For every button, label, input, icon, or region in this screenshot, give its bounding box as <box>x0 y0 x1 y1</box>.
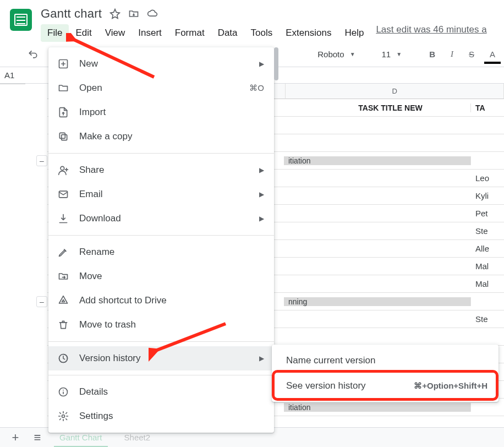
menu-item-label: Share <box>79 165 249 176</box>
submenu-item-name-current-version[interactable]: Name current version <box>272 348 498 373</box>
menu-item-label: New <box>79 58 249 69</box>
chevron-right-icon: ▶ <box>259 355 264 362</box>
plus-box-icon <box>57 58 69 69</box>
col-header-d[interactable]: D <box>286 84 504 99</box>
menu-item-email[interactable]: Email▶ <box>48 182 274 206</box>
move-folder-icon[interactable] <box>128 8 139 19</box>
menu-item-label: Version history <box>79 353 249 364</box>
menu-file[interactable]: File <box>41 24 69 42</box>
sheets-logo[interactable] <box>10 9 32 31</box>
submenu-item-see-version-history[interactable]: See version history⌘+Option+Shift+H <box>272 373 498 399</box>
history-icon <box>57 353 69 364</box>
font-selector[interactable]: Roboto ▼ <box>313 47 359 61</box>
font-size: 11 <box>382 50 391 59</box>
menu-item-make-a-copy[interactable]: Make a copy <box>48 124 274 149</box>
menu-edit[interactable]: Edit <box>69 24 98 42</box>
menu-view[interactable]: View <box>98 24 132 42</box>
folder-icon <box>57 83 69 94</box>
download-icon <box>57 213 69 224</box>
svg-rect-1 <box>62 135 67 140</box>
menubar: File Edit View Insert Format Data Tools … <box>41 22 498 42</box>
menu-item-settings[interactable]: Settings <box>48 404 274 428</box>
strikethrough-button[interactable]: S <box>463 46 480 62</box>
menu-tools[interactable]: Tools <box>244 24 280 42</box>
cloud-status-icon[interactable] <box>147 8 158 19</box>
svg-rect-2 <box>59 133 65 138</box>
bold-button[interactable]: B <box>424 46 441 62</box>
menu-item-label: Open <box>79 83 239 94</box>
trash-icon <box>57 319 69 330</box>
menu-item-move-to-trash[interactable]: Move to trash <box>48 313 274 337</box>
copy-icon <box>57 131 69 142</box>
doc-title[interactable]: Gantt chart <box>41 7 102 21</box>
menu-item-download[interactable]: Download▶ <box>48 206 274 231</box>
chevron-down-icon: ▼ <box>350 51 355 57</box>
person-plus-icon <box>57 165 69 176</box>
menu-insert[interactable]: Insert <box>132 24 168 42</box>
menu-help[interactable]: Help <box>338 24 370 42</box>
italic-button[interactable]: I <box>445 46 459 62</box>
star-icon[interactable] <box>109 8 120 19</box>
menu-item-move[interactable]: Move <box>48 264 274 288</box>
menu-item-label: Move to trash <box>79 319 264 330</box>
menu-item-share[interactable]: Share▶ <box>48 158 274 182</box>
submenu-label: See version history <box>286 380 406 391</box>
file-import-icon <box>57 107 69 118</box>
col-title-d: TASK TITLE NEW <box>306 103 471 112</box>
info-icon <box>57 386 69 397</box>
last-edit-link[interactable]: Last edit was 46 minutes a <box>370 24 486 42</box>
menu-extensions[interactable]: Extensions <box>279 24 338 42</box>
menu-shortcut: ⌘O <box>249 83 264 93</box>
undo-button[interactable] <box>22 46 44 63</box>
menu-item-open[interactable]: Open⌘O <box>48 76 274 100</box>
chevron-right-icon: ▶ <box>259 190 264 198</box>
submenu-label: Name current version <box>286 355 487 366</box>
menu-item-details[interactable]: Details <box>48 380 274 404</box>
menu-item-label: Rename <box>79 247 264 258</box>
all-sheets-button[interactable]: ≡ <box>28 428 47 448</box>
svg-point-7 <box>62 415 65 418</box>
submenu-shortcut: ⌘+Option+Shift+H <box>414 381 487 391</box>
drive-shortcut-icon <box>57 295 69 306</box>
group-collapse-button[interactable]: – <box>36 155 47 166</box>
folder-move-icon <box>57 271 69 282</box>
menu-format[interactable]: Format <box>168 24 211 42</box>
file-menu-dropdown: New▶Open⌘OImportMake a copyShare▶Email▶D… <box>48 47 274 433</box>
menu-data[interactable]: Data <box>211 24 244 42</box>
font-name: Roboto <box>317 50 344 59</box>
menu-item-label: Settings <box>79 411 264 422</box>
menu-item-label: Email <box>79 189 249 200</box>
menu-item-label: Details <box>79 386 264 397</box>
menu-item-label: Move <box>79 271 264 282</box>
version-history-submenu: Name current versionSee version history⌘… <box>272 345 498 402</box>
select-all-corner[interactable] <box>0 84 25 84</box>
add-sheet-button[interactable]: + <box>6 428 25 448</box>
menu-item-label: Import <box>79 107 264 118</box>
chevron-right-icon: ▶ <box>259 60 264 68</box>
menu-item-add-shortcut-to-drive[interactable]: Add shortcut to Drive <box>48 288 274 313</box>
pencil-icon <box>57 247 69 258</box>
text-color-button[interactable]: A <box>484 46 501 62</box>
font-size-selector[interactable]: 11 ▼ <box>377 47 407 61</box>
col-title-e: TA <box>471 103 504 112</box>
menu-item-import[interactable]: Import <box>48 100 274 124</box>
menu-item-rename[interactable]: Rename <box>48 240 274 264</box>
svg-point-3 <box>61 166 64 170</box>
menu-item-label: Add shortcut to Drive <box>79 295 264 306</box>
menu-item-label: Download <box>79 213 249 224</box>
mail-icon <box>57 189 69 200</box>
name-box[interactable]: A1 <box>0 70 33 80</box>
chevron-right-icon: ▶ <box>259 166 264 174</box>
gear-icon <box>57 411 69 422</box>
menu-item-label: Make a copy <box>79 131 264 142</box>
chevron-right-icon: ▶ <box>259 215 264 222</box>
menu-item-new[interactable]: New▶ <box>48 52 274 76</box>
chevron-down-icon: ▼ <box>396 51 402 57</box>
group-collapse-button[interactable]: – <box>36 296 47 307</box>
menu-item-version-history[interactable]: Version history▶ <box>48 346 274 370</box>
